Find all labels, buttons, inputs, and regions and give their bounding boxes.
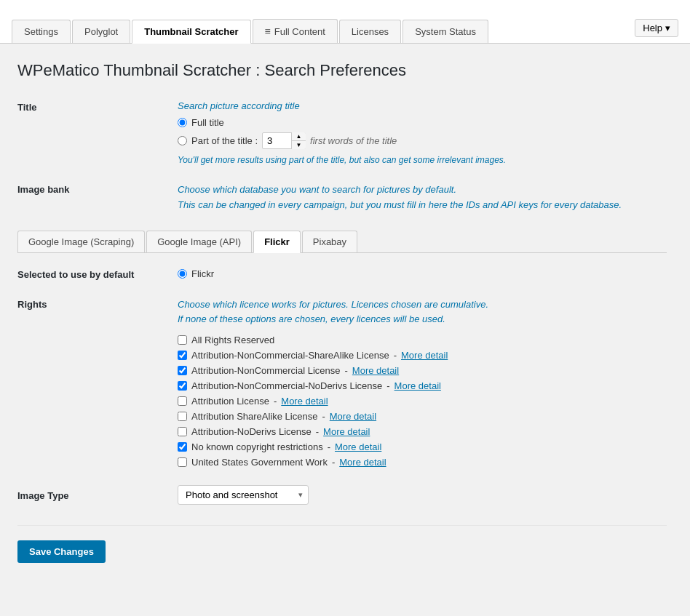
sub-tabs: Google Image (Scraping) Google Image (AP… bbox=[17, 231, 667, 253]
divider bbox=[17, 525, 667, 526]
rights-section: Rights Choose which licence works for pi… bbox=[17, 297, 667, 468]
title-section: Title Search picture according title Ful… bbox=[17, 100, 667, 165]
spinner-down-button[interactable]: ▼ bbox=[292, 141, 306, 149]
checkbox-attr-nc-sa[interactable]: Attribution-NonCommercial-ShareAlike Lic… bbox=[178, 350, 667, 361]
title-field: Search picture according title Full titl… bbox=[178, 100, 667, 165]
checkbox-us-gov[interactable]: United States Government Work - More det… bbox=[178, 457, 667, 468]
help-button[interactable]: Help ▾ bbox=[635, 19, 678, 37]
checkbox-attr-sa[interactable]: Attribution ShareAlike License - More de… bbox=[178, 411, 667, 422]
tab-thumbnail-scratcher[interactable]: Thumbnail Scratcher bbox=[132, 20, 250, 44]
default-radio-flickr[interactable]: Flickr bbox=[178, 268, 667, 279]
tab-licenses[interactable]: Licenses bbox=[339, 20, 401, 43]
checkbox-attr-input[interactable] bbox=[178, 396, 187, 406]
image-type-field: Photo and screenshot Photos only Screens… bbox=[178, 485, 667, 505]
more-detail-link-4[interactable]: More detail bbox=[281, 396, 328, 407]
image-bank-section: Image bank Choose which database you wan… bbox=[17, 183, 667, 213]
radio-full-title[interactable]: Full title bbox=[178, 117, 667, 128]
checkbox-attr-nc-nd[interactable]: Attribution-NonCommercial-NoDerivs Licen… bbox=[178, 380, 667, 391]
checkbox-attr[interactable]: Attribution License - More detail bbox=[178, 396, 667, 407]
title-note: You'll get more results using part of th… bbox=[178, 155, 667, 165]
rights-checkbox-list: All Rights Reserved Attribution-NonComme… bbox=[178, 335, 667, 468]
checkbox-attr-nd[interactable]: Attribution-NoDerivs License - More deta… bbox=[178, 426, 667, 437]
default-label: Selected to use by default bbox=[17, 268, 178, 280]
more-detail-link-7[interactable]: More detail bbox=[335, 441, 381, 452]
rights-desc: Choose which licence works for pictures.… bbox=[178, 297, 667, 328]
image-type-label: Image Type bbox=[17, 489, 178, 501]
title-radio-group: Full title Part of the title : 3 ▲ ▼ fir… bbox=[178, 117, 667, 149]
tab-system-status[interactable]: System Status bbox=[402, 20, 488, 43]
more-detail-link-1[interactable]: More detail bbox=[401, 350, 448, 361]
words-label: first words of the title bbox=[310, 135, 397, 146]
sub-tab-pixabay[interactable]: Pixabay bbox=[302, 231, 357, 252]
title-label: Title bbox=[17, 100, 178, 113]
image-type-section: Image Type Photo and screenshot Photos o… bbox=[17, 485, 667, 505]
title-hint: Search picture according title bbox=[178, 100, 667, 111]
tab-full-content[interactable]: ≡ Full Content bbox=[253, 19, 338, 43]
checkbox-attr-nc-nd-input[interactable] bbox=[178, 381, 187, 391]
spinner-buttons: ▲ ▼ bbox=[291, 132, 306, 149]
main-tabs: Settings Polyglot Thumbnail Scratcher ≡ … bbox=[12, 19, 488, 43]
more-detail-link-8[interactable]: More detail bbox=[339, 457, 386, 468]
image-type-select-wrap: Photo and screenshot Photos only Screens… bbox=[178, 485, 309, 505]
page-title: WPeMatico Thumbnail Scratcher : Search P… bbox=[17, 61, 667, 80]
radio-part-title-row: Part of the title : 3 ▲ ▼ first words of… bbox=[178, 132, 667, 149]
more-detail-link-3[interactable]: More detail bbox=[394, 380, 441, 391]
image-bank-field: Choose which database you want to search… bbox=[178, 183, 667, 213]
radio-full-title-input[interactable] bbox=[178, 118, 187, 127]
tab-polyglot[interactable]: Polyglot bbox=[72, 20, 130, 43]
more-detail-link-2[interactable]: More detail bbox=[352, 365, 399, 376]
tab-settings[interactable]: Settings bbox=[12, 20, 71, 43]
checkbox-us-gov-input[interactable] bbox=[178, 457, 187, 467]
more-detail-link-6[interactable]: More detail bbox=[323, 426, 370, 437]
checkbox-all-rights[interactable]: All Rights Reserved bbox=[178, 335, 667, 345]
rights-field: Choose which licence works for pictures.… bbox=[178, 297, 667, 468]
image-bank-desc: Choose which database you want to search… bbox=[178, 183, 667, 213]
image-type-select[interactable]: Photo and screenshot Photos only Screens… bbox=[178, 485, 309, 505]
default-radio-input[interactable] bbox=[178, 269, 187, 279]
radio-part-title-input[interactable] bbox=[178, 136, 187, 145]
default-section: Selected to use by default Flickr bbox=[17, 268, 667, 280]
checkbox-attr-sa-input[interactable] bbox=[178, 412, 187, 421]
image-bank-label: Image bank bbox=[17, 183, 178, 195]
full-content-icon: ≡ bbox=[265, 25, 271, 37]
spinner-up-button[interactable]: ▲ bbox=[292, 132, 306, 141]
sub-tab-google-api[interactable]: Google Image (API) bbox=[146, 231, 252, 252]
checkbox-all-rights-input[interactable] bbox=[178, 335, 187, 345]
checkbox-attr-nc-input[interactable] bbox=[178, 366, 187, 375]
checkbox-no-copyright[interactable]: No known copyright restrictions - More d… bbox=[178, 441, 667, 452]
default-field: Flickr bbox=[178, 268, 667, 279]
chevron-down-icon: ▾ bbox=[665, 23, 670, 33]
rights-label: Rights bbox=[17, 297, 178, 310]
save-changes-button[interactable]: Save Changes bbox=[17, 540, 106, 563]
checkbox-attr-nd-input[interactable] bbox=[178, 427, 187, 436]
checkbox-attr-nc-sa-input[interactable] bbox=[178, 351, 187, 360]
checkbox-attr-nc[interactable]: Attribution-NonCommercial License - More… bbox=[178, 365, 667, 376]
checkbox-no-copyright-input[interactable] bbox=[178, 442, 187, 452]
part-title-number-wrap: 3 ▲ ▼ bbox=[262, 132, 306, 149]
more-detail-link-5[interactable]: More detail bbox=[330, 411, 376, 422]
sub-tab-google-scraping[interactable]: Google Image (Scraping) bbox=[17, 231, 145, 252]
sub-tab-flickr[interactable]: Flickr bbox=[253, 231, 301, 253]
